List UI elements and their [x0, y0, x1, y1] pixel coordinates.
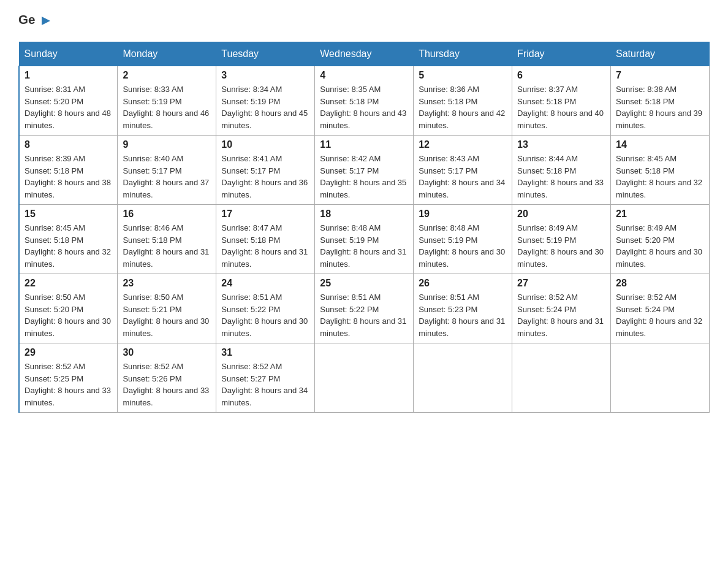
calendar-table: SundayMondayTuesdayWednesdayThursdayFrid… [18, 42, 710, 413]
calendar-week-row: 1 Sunrise: 8:31 AM Sunset: 5:20 PM Dayli… [19, 66, 710, 136]
weekday-header-friday: Friday [512, 42, 611, 66]
day-number: 4 [320, 70, 408, 81]
day-info: Sunrise: 8:35 AM Sunset: 5:18 PM Dayligh… [320, 83, 408, 131]
day-number: 20 [517, 209, 605, 220]
calendar-cell: 2 Sunrise: 8:33 AM Sunset: 5:19 PM Dayli… [118, 66, 216, 136]
day-number: 22 [25, 278, 112, 289]
day-number: 17 [221, 209, 309, 220]
calendar-week-row: 22 Sunrise: 8:50 AM Sunset: 5:20 PM Dayl… [19, 274, 710, 343]
day-info: Sunrise: 8:51 AM Sunset: 5:22 PM Dayligh… [221, 291, 309, 339]
calendar-cell: 27 Sunrise: 8:52 AM Sunset: 5:24 PM Dayl… [512, 274, 611, 343]
calendar-cell: 5 Sunrise: 8:36 AM Sunset: 5:18 PM Dayli… [414, 66, 512, 136]
day-number: 19 [419, 209, 507, 220]
day-info: Sunrise: 8:50 AM Sunset: 5:20 PM Dayligh… [25, 291, 112, 339]
day-number: 6 [517, 70, 605, 81]
day-number: 26 [419, 278, 507, 289]
day-info: Sunrise: 8:42 AM Sunset: 5:17 PM Dayligh… [320, 153, 408, 201]
day-info: Sunrise: 8:37 AM Sunset: 5:18 PM Dayligh… [517, 83, 605, 131]
day-number: 13 [517, 139, 605, 150]
day-info: Sunrise: 8:48 AM Sunset: 5:19 PM Dayligh… [320, 222, 408, 270]
day-number: 18 [320, 209, 408, 220]
calendar-cell: 28 Sunrise: 8:52 AM Sunset: 5:24 PM Dayl… [611, 274, 710, 343]
weekday-header-saturday: Saturday [611, 42, 710, 66]
calendar-cell: 30 Sunrise: 8:52 AM Sunset: 5:26 PM Dayl… [118, 343, 216, 413]
day-info: Sunrise: 8:52 AM Sunset: 5:24 PM Dayligh… [616, 291, 704, 339]
page-header: General [18, 12, 710, 29]
day-info: Sunrise: 8:51 AM Sunset: 5:22 PM Dayligh… [320, 291, 408, 339]
day-number: 14 [616, 139, 704, 150]
calendar-cell: 16 Sunrise: 8:46 AM Sunset: 5:18 PM Dayl… [118, 205, 216, 274]
calendar-cell: 13 Sunrise: 8:44 AM Sunset: 5:18 PM Dayl… [512, 136, 611, 205]
weekday-header-tuesday: Tuesday [216, 42, 315, 66]
calendar-cell: 23 Sunrise: 8:50 AM Sunset: 5:21 PM Dayl… [118, 274, 216, 343]
calendar-cell: 1 Sunrise: 8:31 AM Sunset: 5:20 PM Dayli… [19, 66, 118, 136]
calendar-week-row: 8 Sunrise: 8:39 AM Sunset: 5:18 PM Dayli… [19, 136, 710, 205]
calendar-cell: 11 Sunrise: 8:42 AM Sunset: 5:17 PM Dayl… [315, 136, 414, 205]
day-info: Sunrise: 8:34 AM Sunset: 5:19 PM Dayligh… [221, 83, 309, 131]
day-number: 1 [25, 70, 112, 81]
day-number: 23 [123, 278, 211, 289]
calendar-header: SundayMondayTuesdayWednesdayThursdayFrid… [19, 42, 710, 66]
calendar-cell: 19 Sunrise: 8:48 AM Sunset: 5:19 PM Dayl… [414, 205, 512, 274]
day-number: 31 [221, 347, 309, 358]
day-info: Sunrise: 8:52 AM Sunset: 5:24 PM Dayligh… [517, 291, 605, 339]
day-info: Sunrise: 8:41 AM Sunset: 5:17 PM Dayligh… [221, 153, 309, 201]
day-number: 2 [123, 70, 211, 81]
day-number: 25 [320, 278, 408, 289]
day-info: Sunrise: 8:46 AM Sunset: 5:18 PM Dayligh… [123, 222, 211, 270]
day-number: 21 [616, 209, 704, 220]
calendar-week-row: 29 Sunrise: 8:52 AM Sunset: 5:25 PM Dayl… [19, 343, 710, 413]
day-info: Sunrise: 8:39 AM Sunset: 5:18 PM Dayligh… [25, 153, 112, 201]
day-info: Sunrise: 8:52 AM Sunset: 5:25 PM Dayligh… [25, 361, 112, 408]
calendar-cell: 4 Sunrise: 8:35 AM Sunset: 5:18 PM Dayli… [315, 66, 414, 136]
calendar-cell [315, 343, 414, 413]
calendar-cell: 24 Sunrise: 8:51 AM Sunset: 5:22 PM Dayl… [216, 274, 315, 343]
calendar-cell: 18 Sunrise: 8:48 AM Sunset: 5:19 PM Dayl… [315, 205, 414, 274]
calendar-cell: 31 Sunrise: 8:52 AM Sunset: 5:27 PM Dayl… [216, 343, 315, 413]
calendar-cell: 12 Sunrise: 8:43 AM Sunset: 5:17 PM Dayl… [414, 136, 512, 205]
calendar-week-row: 15 Sunrise: 8:45 AM Sunset: 5:18 PM Dayl… [19, 205, 710, 274]
logo: General [18, 12, 53, 29]
weekday-header-monday: Monday [118, 42, 216, 66]
calendar-cell [414, 343, 512, 413]
calendar-cell: 14 Sunrise: 8:45 AM Sunset: 5:18 PM Dayl… [611, 136, 710, 205]
calendar-cell: 15 Sunrise: 8:45 AM Sunset: 5:18 PM Dayl… [19, 205, 118, 274]
day-info: Sunrise: 8:49 AM Sunset: 5:20 PM Dayligh… [616, 222, 704, 270]
svg-text:General: General [18, 12, 36, 26]
day-info: Sunrise: 8:31 AM Sunset: 5:20 PM Dayligh… [25, 83, 112, 131]
day-number: 28 [616, 278, 704, 289]
day-info: Sunrise: 8:50 AM Sunset: 5:21 PM Dayligh… [123, 291, 211, 339]
day-info: Sunrise: 8:45 AM Sunset: 5:18 PM Dayligh… [616, 153, 704, 201]
day-number: 30 [123, 347, 211, 358]
day-info: Sunrise: 8:52 AM Sunset: 5:26 PM Dayligh… [123, 361, 211, 408]
calendar-cell: 22 Sunrise: 8:50 AM Sunset: 5:20 PM Dayl… [19, 274, 118, 343]
weekday-header-thursday: Thursday [414, 42, 512, 66]
calendar-cell: 3 Sunrise: 8:34 AM Sunset: 5:19 PM Dayli… [216, 66, 315, 136]
calendar-cell: 20 Sunrise: 8:49 AM Sunset: 5:19 PM Dayl… [512, 205, 611, 274]
day-info: Sunrise: 8:38 AM Sunset: 5:18 PM Dayligh… [616, 83, 704, 131]
day-number: 29 [25, 347, 112, 358]
day-number: 3 [221, 70, 309, 81]
day-info: Sunrise: 8:44 AM Sunset: 5:18 PM Dayligh… [517, 153, 605, 201]
svg-marker-1 [42, 17, 50, 25]
logo-triangle-icon [39, 14, 53, 28]
day-info: Sunrise: 8:36 AM Sunset: 5:18 PM Dayligh… [419, 83, 507, 131]
calendar-cell: 8 Sunrise: 8:39 AM Sunset: 5:18 PM Dayli… [19, 136, 118, 205]
calendar-cell: 26 Sunrise: 8:51 AM Sunset: 5:23 PM Dayl… [414, 274, 512, 343]
day-info: Sunrise: 8:48 AM Sunset: 5:19 PM Dayligh… [419, 222, 507, 270]
day-number: 12 [419, 139, 507, 150]
day-info: Sunrise: 8:49 AM Sunset: 5:19 PM Dayligh… [517, 222, 605, 270]
calendar-cell: 21 Sunrise: 8:49 AM Sunset: 5:20 PM Dayl… [611, 205, 710, 274]
calendar-cell: 9 Sunrise: 8:40 AM Sunset: 5:17 PM Dayli… [118, 136, 216, 205]
calendar-cell: 7 Sunrise: 8:38 AM Sunset: 5:18 PM Dayli… [611, 66, 710, 136]
day-number: 7 [616, 70, 704, 81]
day-info: Sunrise: 8:43 AM Sunset: 5:17 PM Dayligh… [419, 153, 507, 201]
day-number: 11 [320, 139, 408, 150]
weekday-header-sunday: Sunday [19, 42, 118, 66]
day-number: 15 [25, 209, 112, 220]
calendar-cell: 10 Sunrise: 8:41 AM Sunset: 5:17 PM Dayl… [216, 136, 315, 205]
calendar-cell [512, 343, 611, 413]
day-info: Sunrise: 8:33 AM Sunset: 5:19 PM Dayligh… [123, 83, 211, 131]
day-number: 9 [123, 139, 211, 150]
calendar-cell: 17 Sunrise: 8:47 AM Sunset: 5:18 PM Dayl… [216, 205, 315, 274]
